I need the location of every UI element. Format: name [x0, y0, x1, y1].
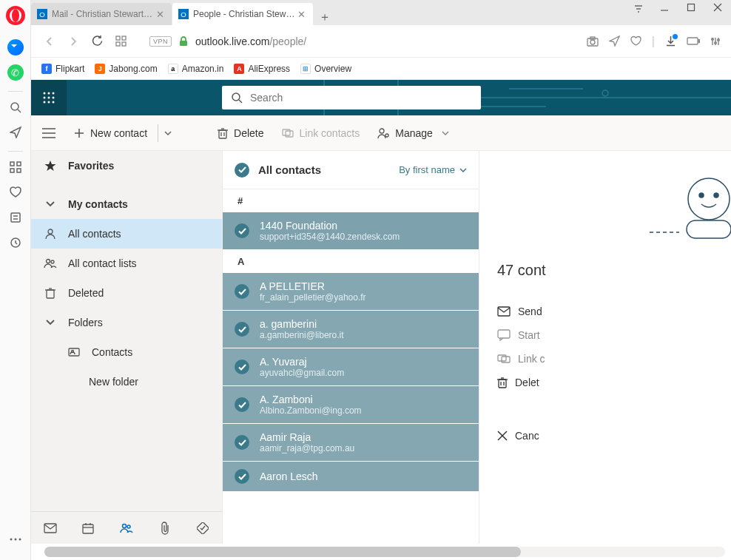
contact-row[interactable]: A. ZamboniAlbino.Zamboni@ing.com	[223, 386, 479, 424]
mail-icon[interactable]	[40, 523, 61, 533]
bm-aliexpress[interactable]: AAliExpress	[234, 64, 290, 74]
easy-setup-icon[interactable]	[710, 36, 721, 47]
back-button[interactable]	[41, 33, 58, 50]
nav-contacts-folder[interactable]: Contacts	[31, 337, 222, 367]
svg-point-50	[53, 101, 55, 104]
send-icon[interactable]	[5, 122, 26, 143]
tab-people[interactable]: O People - Christian Stewart - ✕	[172, 3, 313, 25]
tab-strip: O Mail - Christian Stewart - O ✕ O Peopl…	[31, 0, 731, 25]
news-icon[interactable]	[5, 207, 26, 228]
bm-amazon[interactable]: aAmazon.in	[168, 64, 224, 74]
forward-button[interactable]	[65, 33, 81, 50]
contact-scroll[interactable]: #1440 Foundationsupport+id354@1440.zende…	[223, 189, 479, 544]
nav-favorites[interactable]: Favorites	[31, 151, 222, 181]
svg-line-52	[239, 100, 242, 103]
nav-folders[interactable]: Folders	[31, 308, 222, 337]
close-icon[interactable]: ✕	[155, 9, 166, 20]
row-checkbox[interactable]	[235, 435, 249, 450]
manage-button[interactable]: Manage	[368, 121, 458, 145]
new-tab-button[interactable]: ＋	[314, 10, 336, 25]
contact-row[interactable]: A PELLETIERfr_alain_pelletier@yahoo.fr	[223, 273, 479, 311]
search-input[interactable]	[250, 92, 472, 104]
contact-email: support+id354@1440.zendesk.com	[260, 232, 400, 242]
svg-point-86	[714, 193, 718, 198]
contact-row[interactable]: 1440 Foundationsupport+id354@1440.zendes…	[223, 212, 479, 250]
horizontal-scrollbar[interactable]	[44, 547, 725, 557]
svg-point-42	[44, 92, 46, 95]
svg-point-0	[11, 103, 18, 110]
nav-deleted[interactable]: Deleted	[31, 278, 222, 308]
hamburger-icon[interactable]	[31, 115, 67, 151]
search-box[interactable]	[222, 86, 481, 109]
row-checkbox[interactable]	[235, 223, 249, 238]
contact-row[interactable]: Aaron Lesch	[223, 462, 479, 492]
search-icon	[231, 92, 243, 104]
reload-button[interactable]	[89, 33, 105, 50]
battery-icon[interactable]	[687, 37, 700, 45]
svg-rect-77	[83, 524, 93, 533]
bm-jabong[interactable]: JJabong.com	[95, 64, 157, 74]
action-cancel[interactable]: Canc	[497, 424, 731, 448]
svg-text:O: O	[181, 10, 186, 18]
link-icon	[497, 354, 511, 364]
vpn-badge[interactable]: VPN	[149, 36, 172, 47]
row-checkbox[interactable]	[235, 284, 249, 299]
row-checkbox[interactable]	[235, 397, 249, 412]
minimize-button[interactable]	[660, 3, 673, 13]
messenger-icon[interactable]	[5, 37, 26, 58]
row-checkbox[interactable]	[235, 469, 249, 484]
nav-my-contacts[interactable]: My contacts	[31, 189, 222, 219]
chevron-down-icon	[442, 131, 449, 135]
more-icon[interactable]	[5, 529, 26, 550]
contact-name: A. Yuvaraj	[260, 356, 344, 368]
nav-all-lists[interactable]: All contact lists	[31, 249, 222, 278]
trash-icon	[497, 377, 508, 388]
speed-dial-icon[interactable]	[5, 157, 26, 178]
new-contact-button[interactable]: New contact	[67, 121, 155, 145]
downloads-icon[interactable]	[665, 36, 676, 47]
contact-row[interactable]: A. Yuvarajayuvahcl@gmail.com	[223, 348, 479, 386]
close-icon[interactable]: ✕	[296, 9, 307, 20]
contacts-folder-icon	[67, 347, 81, 357]
nav-new-folder[interactable]: New folder	[31, 367, 222, 397]
plus-icon	[74, 128, 84, 138]
snapshot-icon[interactable]	[587, 36, 599, 47]
action-link[interactable]: Link c	[497, 347, 731, 371]
todo-icon[interactable]	[192, 522, 213, 534]
calendar-icon[interactable]	[78, 522, 98, 534]
history-icon[interactable]	[5, 232, 26, 253]
bm-overview[interactable]: ⊞Overview	[300, 64, 351, 74]
svg-point-82	[127, 525, 130, 528]
outlook-toolbar: New contact Delete Link contacts Manage	[31, 115, 731, 151]
url-field[interactable]: outlook.live.com/people/	[195, 36, 579, 47]
maximize-button[interactable]	[687, 3, 700, 13]
action-send-email[interactable]: Send	[497, 300, 731, 323]
tab-mail[interactable]: O Mail - Christian Stewart - O ✕	[31, 3, 172, 25]
select-all-toggle[interactable]	[235, 163, 249, 178]
sort-button[interactable]: By first name	[399, 164, 467, 175]
send-page-icon[interactable]	[609, 36, 620, 47]
extensions-icon[interactable]	[112, 33, 129, 50]
svg-rect-58	[219, 130, 226, 138]
new-contact-dropdown[interactable]	[158, 124, 172, 142]
search-icon[interactable]	[5, 97, 26, 118]
people-module-icon[interactable]	[116, 522, 137, 534]
tab-menu-icon[interactable]	[633, 3, 647, 13]
attach-icon[interactable]	[155, 522, 175, 535]
heart-icon[interactable]	[5, 182, 26, 203]
app-launcher-icon[interactable]	[31, 80, 67, 115]
row-checkbox[interactable]	[235, 322, 249, 337]
bm-flipkart[interactable]: fFlipkart	[41, 64, 84, 74]
delete-button[interactable]: Delete	[209, 121, 272, 145]
whatsapp-icon[interactable]: ✆	[5, 62, 26, 83]
nav-all-contacts[interactable]: All contacts	[31, 219, 222, 249]
chevron-down-icon	[43, 320, 58, 325]
contact-row[interactable]: Aamir Rajaaamir_raja@tpg.com.au	[223, 424, 479, 462]
row-checkbox[interactable]	[235, 360, 249, 374]
action-start-chat[interactable]: Start	[497, 323, 731, 347]
close-window-button[interactable]	[713, 3, 727, 13]
contact-row[interactable]: a. gamberinia.gamberini@libero.it	[223, 311, 479, 348]
bookmark-heart-icon[interactable]	[630, 36, 641, 47]
action-delete[interactable]: Delet	[497, 371, 731, 394]
svg-point-10	[10, 539, 12, 541]
